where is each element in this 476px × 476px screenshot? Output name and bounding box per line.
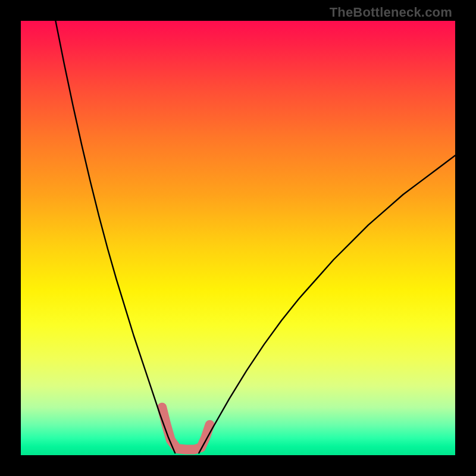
curve-left-branch (55, 21, 175, 453)
curve-layer (21, 21, 455, 455)
watermark-text: TheBottleneck.com (330, 5, 452, 20)
plot-area (21, 21, 455, 455)
curve-right-branch (199, 155, 455, 453)
chart-frame: TheBottleneck.com (0, 0, 476, 476)
highlight-marker (162, 408, 209, 450)
